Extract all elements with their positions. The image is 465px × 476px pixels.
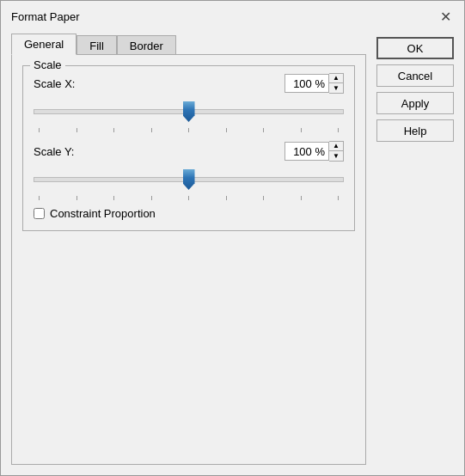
format-paper-dialog: Format Paper ✕ General Fill Border [0, 0, 465, 476]
tick [263, 196, 264, 200]
tick [39, 196, 40, 200]
scale-y-spin-buttons: ▲ ▼ [329, 141, 344, 162]
scale-x-slider[interactable] [34, 109, 344, 114]
tick [39, 128, 40, 132]
tick [301, 128, 302, 132]
title-bar: Format Paper ✕ [1, 1, 464, 30]
scale-group: Scale Scale X: ▲ ▼ [22, 65, 355, 231]
tick [301, 196, 302, 200]
scale-x-slider-wrapper [34, 99, 344, 125]
scale-x-row: Scale X: ▲ ▼ [34, 73, 344, 94]
constraint-checkbox[interactable] [34, 208, 45, 219]
tick [338, 196, 339, 200]
help-button[interactable]: Help [376, 119, 454, 142]
scale-section-label: Scale [30, 58, 65, 71]
scale-y-ticks [34, 194, 344, 200]
scale-x-spinbox-wrap: ▲ ▼ [285, 73, 344, 94]
tick [188, 196, 189, 200]
scale-y-spinbox-wrap: ▲ ▼ [285, 141, 344, 162]
dialog-body: General Fill Border Scale Scale X: [1, 30, 464, 475]
scale-x-input[interactable] [285, 74, 329, 93]
tick [76, 128, 77, 132]
scale-x-label: Scale X: [34, 77, 85, 90]
scale-y-row: Scale Y: ▲ ▼ [34, 141, 344, 162]
tick [76, 196, 77, 200]
tick [188, 128, 189, 132]
scale-x-ticks [34, 126, 344, 132]
ok-button[interactable]: OK [376, 37, 454, 59]
dialog-title: Format Paper [11, 10, 79, 23]
scale-y-label: Scale Y: [34, 145, 85, 158]
constraint-row: Constraint Proportion [34, 207, 344, 220]
scale-x-spin-buttons: ▲ ▼ [329, 73, 344, 94]
cancel-button[interactable]: Cancel [376, 64, 454, 87]
tick [151, 196, 152, 200]
scale-y-spin-up[interactable]: ▲ [329, 142, 343, 151]
right-panel: OK Cancel Apply Help [376, 34, 454, 465]
scale-x-spin-down[interactable]: ▼ [329, 83, 343, 93]
tabs: General Fill Border [11, 34, 366, 54]
scale-y-slider[interactable] [34, 177, 344, 182]
tick [113, 196, 114, 200]
scale-y-spin-down[interactable]: ▼ [329, 151, 343, 161]
apply-button[interactable]: Apply [376, 92, 454, 114]
tab-general[interactable]: General [11, 34, 76, 55]
tick [226, 128, 227, 132]
tab-fill[interactable]: Fill [76, 35, 117, 56]
scale-y-input[interactable] [285, 142, 329, 161]
scale-x-spin-up[interactable]: ▲ [329, 74, 343, 83]
tick [226, 196, 227, 200]
tick [113, 128, 114, 132]
tick [263, 128, 264, 132]
close-button[interactable]: ✕ [437, 8, 454, 25]
tick [338, 128, 339, 132]
tick [151, 128, 152, 132]
left-panel: General Fill Border Scale Scale X: [11, 34, 366, 465]
constraint-label: Constraint Proportion [50, 207, 156, 220]
tab-border[interactable]: Border [117, 35, 176, 56]
tab-content: Scale Scale X: ▲ ▼ [11, 54, 366, 465]
scale-y-slider-wrapper [34, 167, 344, 192]
